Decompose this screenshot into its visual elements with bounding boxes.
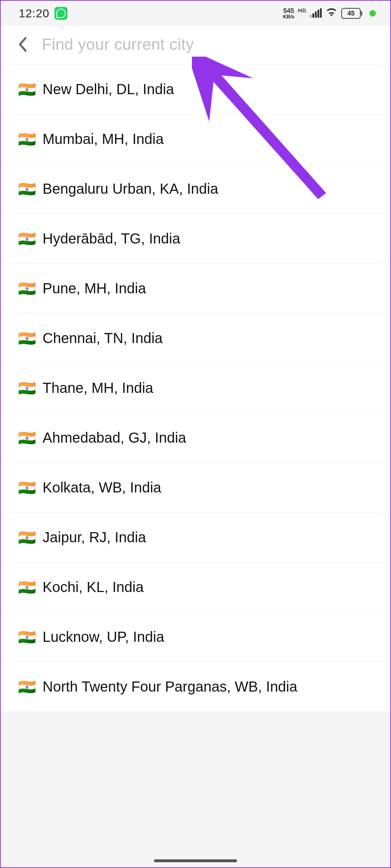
city-item[interactable]: 🇮🇳 Pune, MH, India <box>1 264 390 314</box>
home-indicator[interactable] <box>154 859 237 862</box>
chevron-left-icon <box>17 36 27 52</box>
city-label: Bengaluru Urban, KA, India <box>43 181 218 197</box>
city-label: Chennai, TN, India <box>43 330 163 346</box>
city-item[interactable]: 🇮🇳 New Delhi, DL, India <box>1 65 390 114</box>
flag-icon: 🇮🇳 <box>18 281 36 296</box>
city-label: Ahmedabad, GJ, India <box>43 430 186 446</box>
privacy-dot-icon <box>369 10 376 17</box>
status-right: 545 KB/s HD 45 <box>283 6 376 21</box>
flag-icon: 🇮🇳 <box>18 232 36 246</box>
wifi-icon <box>325 6 338 21</box>
flag-icon: 🇮🇳 <box>18 381 36 395</box>
city-item[interactable]: 🇮🇳 Ahmedabad, GJ, India <box>1 413 390 463</box>
clock-time: 12:20 <box>19 7 49 20</box>
city-item[interactable]: 🇮🇳 Lucknow, UP, India <box>1 612 390 662</box>
city-label: Pune, MH, India <box>43 280 146 297</box>
back-button[interactable] <box>15 37 30 52</box>
flag-icon: 🇮🇳 <box>18 630 36 644</box>
flag-icon: 🇮🇳 <box>18 431 36 445</box>
flag-icon: 🇮🇳 <box>18 680 36 694</box>
city-label: North Twenty Four Parganas, WB, India <box>43 679 297 695</box>
city-item[interactable]: 🇮🇳 Thane, MH, India <box>1 363 390 413</box>
city-label: Kochi, KL, India <box>43 579 144 595</box>
status-left: 12:20 <box>19 7 67 20</box>
city-label: Lucknow, UP, India <box>43 629 164 645</box>
city-item[interactable]: 🇮🇳 Hyderābād, TG, India <box>1 214 390 264</box>
city-item[interactable]: 🇮🇳 Bengaluru Urban, KA, India <box>1 164 390 214</box>
city-item[interactable]: 🇮🇳 Mumbai, MH, India <box>1 114 390 164</box>
city-label: New Delhi, DL, India <box>43 81 174 97</box>
city-label: Kolkata, WB, India <box>43 479 161 496</box>
city-label: Jaipur, RJ, India <box>43 529 146 545</box>
flag-icon: 🇮🇳 <box>18 530 36 545</box>
city-item[interactable]: 🇮🇳 Kochi, KL, India <box>1 562 390 612</box>
city-item[interactable]: 🇮🇳 Kolkata, WB, India <box>1 463 390 513</box>
status-bar: 12:20 545 KB/s HD 45 <box>1 1 390 26</box>
search-header <box>1 26 390 65</box>
hd-icon: HD <box>298 7 306 13</box>
city-item[interactable]: 🇮🇳 Chennai, TN, India <box>1 314 390 363</box>
network-speed: 545 KB/s <box>283 8 294 19</box>
city-label: Hyderābād, TG, India <box>43 231 180 247</box>
flag-icon: 🇮🇳 <box>18 331 36 346</box>
city-label: Mumbai, MH, India <box>43 131 164 147</box>
flag-icon: 🇮🇳 <box>18 481 36 495</box>
flag-icon: 🇮🇳 <box>18 82 36 97</box>
city-list: 🇮🇳 New Delhi, DL, India 🇮🇳 Mumbai, MH, I… <box>1 65 390 712</box>
city-label: Thane, MH, India <box>43 380 153 396</box>
city-item[interactable]: 🇮🇳 Jaipur, RJ, India <box>1 513 390 562</box>
flag-icon: 🇮🇳 <box>18 580 36 595</box>
flag-icon: 🇮🇳 <box>18 182 36 196</box>
whatsapp-icon <box>54 7 67 20</box>
flag-icon: 🇮🇳 <box>18 132 36 146</box>
city-search-input[interactable] <box>42 35 376 53</box>
battery-icon: 45 <box>341 8 362 19</box>
signal-icon <box>310 9 322 18</box>
city-item[interactable]: 🇮🇳 North Twenty Four Parganas, WB, India <box>1 662 390 712</box>
